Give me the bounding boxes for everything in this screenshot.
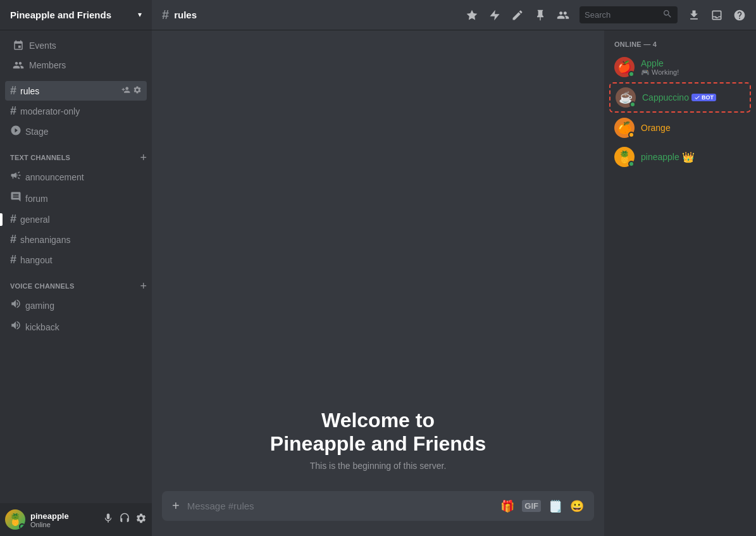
pineapple-status-dot <box>628 161 635 167</box>
user-status: Online <box>30 521 97 528</box>
channel-item-gaming[interactable]: gaming <box>5 295 147 316</box>
hash-icon-general: # <box>10 213 16 226</box>
hash-icon-rules: # <box>10 84 16 97</box>
settings-icon[interactable] <box>133 85 142 96</box>
member-avatar-orange: 🍊 <box>614 118 635 138</box>
channel-label-general: general <box>20 215 142 225</box>
channel-label-hangout: hangout <box>20 255 142 265</box>
channel-label-kickback: kickback <box>25 322 142 332</box>
microphone-icon[interactable] <box>102 513 114 527</box>
message-input-area: + 🎁 GIF 🗒️ 😀 <box>152 491 604 536</box>
member-avatar-pineapple: 🍍 <box>614 147 635 167</box>
channel-item-moderator-only[interactable]: # moderator-only <box>5 101 147 121</box>
voice-channels-label: VOICE CHANNELS <box>10 282 74 290</box>
download-icon[interactable] <box>688 9 700 22</box>
uncategorized-channels: # rules # moderator-only <box>0 80 152 142</box>
gif-icon[interactable]: GIF <box>522 500 541 512</box>
gift-icon[interactable]: 🎁 <box>500 499 514 513</box>
text-channels-header[interactable]: TEXT CHANNELS + <box>0 142 152 166</box>
pineapple-name: pineapple <box>641 152 679 162</box>
general-active-indicator <box>0 213 3 226</box>
pin-icon[interactable] <box>534 9 547 22</box>
content-area: Welcome to Pineapple and Friends This is… <box>152 30 604 536</box>
apple-status-dot <box>628 71 635 77</box>
channel-hash-icon: # <box>162 8 169 22</box>
headphones-icon[interactable] <box>119 513 130 527</box>
channel-header: # rules Search <box>152 0 756 30</box>
server-name-header[interactable]: Pineapple and Friends ▾ <box>0 0 152 30</box>
members-icon[interactable] <box>557 9 569 22</box>
voice-icon-kickback <box>10 320 22 334</box>
members-sidebar-icon <box>13 59 24 71</box>
boost-icon[interactable] <box>488 9 501 22</box>
sidebar-item-events[interactable]: Events <box>5 36 147 55</box>
emoji-icon[interactable]: 😀 <box>570 499 584 513</box>
welcome-title: Welcome to Pineapple and Friends <box>270 409 486 456</box>
user-name: pineapple <box>30 511 97 521</box>
text-channels-section: TEXT CHANNELS + announcement forum # gen… <box>0 142 152 270</box>
member-item-apple[interactable]: 🍎 Apple 🎮 Working! <box>609 53 751 81</box>
search-icon <box>662 9 672 21</box>
voice-channels-add[interactable]: + <box>140 280 147 292</box>
channel-item-general[interactable]: # general <box>5 209 147 229</box>
main-layout: Events Members # rules <box>0 30 756 536</box>
hash-icon-shenanigans: # <box>10 233 16 246</box>
member-item-orange[interactable]: 🍊 Orange <box>609 114 751 142</box>
member-info-cappuccino: Cappuccino BOT <box>642 92 745 103</box>
hash-icon-mod: # <box>10 104 16 118</box>
channel-item-announcement[interactable]: announcement <box>5 166 147 187</box>
channel-item-forum[interactable]: forum <box>5 188 147 209</box>
header-icons: Search <box>466 6 746 23</box>
channel-item-shenanigans[interactable]: # shenanigans <box>5 230 147 249</box>
sidebar: Events Members # rules <box>0 30 152 536</box>
apple-name: Apple <box>641 58 664 68</box>
message-add-button[interactable]: + <box>172 491 180 521</box>
user-info: pineapple Online <box>30 511 97 528</box>
member-info-apple: Apple 🎮 Working! <box>641 58 746 77</box>
member-info-orange: Orange <box>641 123 746 133</box>
server-title: Pineapple and Friends <box>10 9 111 20</box>
top-bar: Pineapple and Friends ▾ # rules Search <box>0 0 756 30</box>
member-avatar-cappuccino: ☕ <box>616 87 636 108</box>
user-status-dot <box>19 523 25 530</box>
sticker-icon[interactable]: 🗒️ <box>548 499 562 513</box>
members-online-header: ONLINE — 4 <box>609 41 751 53</box>
help-icon[interactable] <box>733 9 746 22</box>
stage-icon <box>10 125 22 138</box>
user-bar-icons <box>102 513 147 527</box>
channel-label-stage: Stage <box>25 127 142 137</box>
forum-icon <box>10 191 22 206</box>
search-placeholder: Search <box>585 10 659 20</box>
channel-item-rules[interactable]: # rules <box>5 81 147 101</box>
pineapple-name-row: pineapple 👑 <box>641 151 746 163</box>
server-chevron: ▾ <box>138 10 142 19</box>
channel-label-announcement: announcement <box>25 172 142 182</box>
pencil-icon[interactable] <box>511 9 524 22</box>
channel-item-stage[interactable]: Stage <box>5 122 147 141</box>
member-info-pineapple: pineapple 👑 <box>641 151 746 163</box>
channel-item-kickback[interactable]: kickback <box>5 316 147 337</box>
member-item-pineapple[interactable]: 🍍 pineapple 👑 <box>609 143 751 171</box>
welcome-section: Welcome to Pineapple and Friends This is… <box>270 409 486 486</box>
text-channels-add[interactable]: + <box>140 152 147 163</box>
crown-emoji: 👑 <box>682 151 695 163</box>
channel-item-hangout[interactable]: # hangout <box>5 250 147 270</box>
channel-label-mod: moderator-only <box>20 106 142 116</box>
member-item-cappuccino[interactable]: ☕ Cappuccino BOT <box>609 82 751 113</box>
channel-label-shenanigans: shenanigans <box>20 235 142 245</box>
add-member-icon[interactable] <box>121 85 130 96</box>
channel-label-rules: rules <box>20 86 118 96</box>
search-bar[interactable]: Search <box>579 6 678 23</box>
voice-icon-gaming <box>10 298 22 313</box>
members-label: Members <box>29 60 66 70</box>
messages-area: Welcome to Pineapple and Friends This is… <box>152 30 604 491</box>
sidebar-item-members[interactable]: Members <box>5 56 147 75</box>
announcement-icon <box>10 170 22 184</box>
star-icon[interactable] <box>466 9 478 22</box>
settings-icon[interactable] <box>135 513 147 527</box>
message-input-container: + 🎁 GIF 🗒️ 😀 <box>162 491 594 521</box>
welcome-subtitle: This is the beginning of this server. <box>270 461 486 471</box>
message-input[interactable] <box>187 494 493 518</box>
voice-channels-header[interactable]: VOICE CHANNELS + <box>0 270 152 294</box>
inbox-icon[interactable] <box>710 9 723 22</box>
